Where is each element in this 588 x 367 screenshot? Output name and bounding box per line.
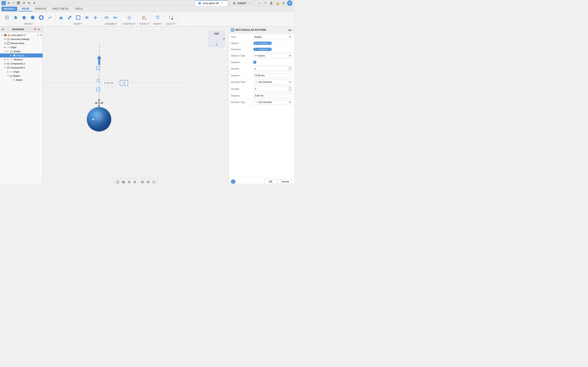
- construct-dropdown[interactable]: CONSTRUCT ▾: [122, 22, 136, 25]
- distance2-input[interactable]: [253, 94, 292, 98]
- quantity1-up[interactable]: ▲: [288, 67, 292, 69]
- doc-settings-arrow[interactable]: [4, 38, 7, 41]
- vp-capture-btn[interactable]: [121, 180, 126, 184]
- sketches-arrow[interactable]: [4, 58, 7, 61]
- type-select[interactable]: Bodies ▾: [253, 35, 292, 39]
- distance1-input[interactable]: [253, 73, 292, 77]
- inspect-main-btn[interactable]: [139, 13, 149, 22]
- quantity2-down[interactable]: ▼: [288, 89, 292, 91]
- viewport-gizmo[interactable]: TOP X Z: [208, 31, 225, 47]
- component3-arrow[interactable]: [4, 66, 7, 69]
- vp-zoom-btn[interactable]: [132, 180, 138, 184]
- quantity1-input[interactable]: [254, 67, 288, 71]
- browser-pin-btn[interactable]: 📌: [33, 27, 37, 31]
- active-tab-close[interactable]: ✕: [221, 2, 224, 5]
- create-dropdown[interactable]: CREATE ▾: [24, 22, 33, 25]
- settings-btn[interactable]: ⚙: [281, 0, 286, 6]
- box-btn[interactable]: [11, 13, 20, 22]
- joint-btn[interactable]: [103, 13, 111, 22]
- assemble-dropdown[interactable]: ASSEMBLE ▾: [105, 22, 117, 25]
- tab-surface[interactable]: SURFACE: [32, 7, 49, 11]
- insert-dropdown[interactable]: INSERT ▾: [153, 22, 162, 25]
- dim-quantity-input[interactable]: 4 ▲ ▼: [120, 80, 128, 86]
- redo-btn[interactable]: ↻: [27, 1, 31, 5]
- viewport[interactable]: 70.00 mm ⋮ 4 ▲ ▼ TOP X Z: [43, 26, 229, 184]
- torus-btn[interactable]: [37, 13, 45, 22]
- tab-tools[interactable]: TOOLS: [72, 7, 86, 11]
- objects-chip-remove[interactable]: ✕: [269, 42, 270, 44]
- inactive-tab[interactable]: Untitled* ✕: [229, 0, 255, 6]
- add-tab-btn[interactable]: +: [256, 0, 262, 6]
- root-settings-icon[interactable]: ⚙: [40, 34, 42, 36]
- select-dropdown[interactable]: SELECT ▾: [166, 22, 175, 25]
- vp-grid-btn[interactable]: [115, 180, 120, 184]
- inspect-dropdown[interactable]: INSPECT ▾: [139, 22, 149, 25]
- fillet-btn[interactable]: [66, 13, 74, 22]
- sphere-btn[interactable]: [29, 13, 37, 22]
- vp-effects-btn[interactable]: [146, 180, 151, 184]
- select-main-btn[interactable]: [166, 13, 176, 22]
- construct-main-btn[interactable]: [124, 13, 134, 22]
- as-built-joint-btn[interactable]: [111, 13, 119, 22]
- checkbox-marker-2[interactable]: [96, 88, 100, 91]
- modify-dropdown[interactable]: MODIFY ▾: [74, 22, 83, 25]
- quantity2-input[interactable]: [254, 87, 288, 91]
- root-eye[interactable]: 👁: [37, 34, 40, 36]
- tree-item-named-views[interactable]: Named Views: [0, 41, 43, 45]
- save-btn[interactable]: [16, 1, 21, 5]
- help-btn[interactable]: ?: [263, 0, 268, 6]
- quantity1-down[interactable]: ▼: [288, 69, 292, 71]
- origin-arrow[interactable]: [4, 46, 7, 49]
- vp-pan-btn[interactable]: [127, 180, 132, 184]
- vp-grid-display-btn[interactable]: [151, 180, 156, 184]
- component1-arrow[interactable]: [4, 62, 7, 65]
- suppress-checkbox-wrap[interactable]: ✓: [253, 61, 292, 64]
- tree-item-doc-settings[interactable]: Document Settings: [0, 37, 43, 41]
- direction-type2-select[interactable]: One Direction ▾: [253, 100, 292, 104]
- browser-collapse-btn[interactable]: ◀: [2, 28, 3, 31]
- root-arrow[interactable]: [1, 34, 4, 36]
- new-component-btn[interactable]: [3, 13, 11, 22]
- tree-item-origin[interactable]: Origin: [0, 45, 43, 49]
- dim-distance-box[interactable]: 70.00 mm: [102, 81, 116, 85]
- directions-chip-remove[interactable]: ✕: [269, 48, 270, 50]
- gizmo-box[interactable]: TOP X Z: [208, 31, 225, 47]
- tree-item-bodies2[interactable]: Bodies: [0, 74, 43, 78]
- body18-eye[interactable]: 👁: [9, 54, 12, 57]
- bodies2-arrow[interactable]: [7, 75, 9, 77]
- quantity2-up[interactable]: ▲: [288, 87, 292, 89]
- vp-display-btn[interactable]: [140, 180, 145, 184]
- dim-qty-down[interactable]: ▼: [123, 83, 126, 85]
- checkbox-marker-1[interactable]: [96, 66, 100, 70]
- distance-type-select[interactable]: Extent ▾: [253, 53, 292, 58]
- origin2-arrow[interactable]: [7, 70, 9, 73]
- tree-item-body1[interactable]: Body1: [0, 78, 43, 82]
- file-menu-btn[interactable]: ▾: [12, 1, 15, 5]
- notifications-btn[interactable]: 🔔: [275, 0, 280, 6]
- 3d-body18[interactable]: [86, 106, 112, 133]
- tree-item-sketches[interactable]: 👁 Sketches: [0, 58, 43, 62]
- press-pull-btn[interactable]: [57, 13, 65, 22]
- coil-btn[interactable]: [46, 13, 54, 22]
- apps-menu-btn[interactable]: ⊞: [7, 1, 11, 5]
- pattern-panel-expand-btn[interactable]: ▶▶: [288, 28, 292, 32]
- tree-item-bodies[interactable]: 👁 Bodies: [0, 49, 43, 53]
- suppress-checkbox[interactable]: ✓: [253, 61, 256, 64]
- tree-item-root[interactable]: sorry game v7 👁 ⚙: [0, 33, 43, 37]
- tab-sheet-metal[interactable]: SHEET METAL: [49, 7, 72, 11]
- tree-item-origin2[interactable]: Origin: [0, 70, 43, 74]
- undo-btn[interactable]: ↺: [21, 1, 26, 5]
- undo-list-btn[interactable]: ▾: [32, 1, 36, 5]
- active-tab[interactable]: F sorry game v8* ✕: [195, 0, 228, 6]
- insert-main-btn[interactable]: [153, 13, 163, 22]
- bodies-arrow[interactable]: [4, 50, 7, 53]
- move-btn[interactable]: [91, 13, 99, 22]
- pattern-cancel-btn[interactable]: Cancel: [278, 179, 292, 184]
- browser-expand-btn[interactable]: ▶: [37, 27, 41, 31]
- tree-item-body18[interactable]: 👁 Body18: [0, 53, 43, 58]
- sketches-eye[interactable]: 👁: [7, 58, 9, 61]
- design-dropdown-btn[interactable]: DESIGN ▾: [2, 7, 17, 11]
- pattern-ok-btn[interactable]: OK: [264, 179, 277, 184]
- tree-item-component1[interactable]: Component1:1: [0, 62, 43, 66]
- named-views-arrow[interactable]: [4, 42, 7, 45]
